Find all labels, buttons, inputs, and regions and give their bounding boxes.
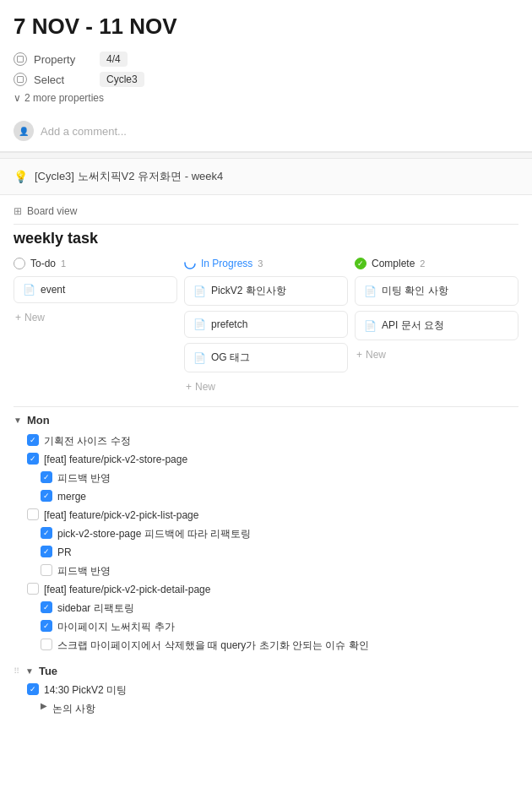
kanban-card-api[interactable]: 📄 API 문서 요청 (355, 311, 518, 340)
avatar: 👤 (14, 121, 34, 141)
task-item: 기획전 사이즈 수정 (14, 432, 518, 450)
task-item: sidebar 리팩토링 (14, 599, 518, 617)
plus-icon: + (15, 312, 21, 323)
kanban-col-inprogress: In Progress 3 📄 PickV2 확인사항 📄 prefetch 📄… (184, 258, 348, 396)
checkbox[interactable] (41, 490, 52, 502)
select-icon (14, 73, 27, 86)
col-count-complete: 2 (420, 258, 425, 269)
task-item: pick-v2-store-page 피드백에 따라 리팩토링 (14, 524, 518, 543)
day-group-tue: ⠿ ▼ Tue 14:30 PickV2 미팅 ▶ 논의 사항 (14, 665, 518, 718)
plus-icon: + (186, 381, 192, 393)
expand-arrow-icon[interactable]: ▶ (41, 701, 47, 710)
new-label: New (195, 381, 215, 393)
kanban-card-event[interactable]: 📄 event (14, 276, 177, 303)
checkbox[interactable] (27, 508, 39, 520)
comment-row: 👤 Add a comment... (14, 114, 518, 141)
col-name-todo: To-do (30, 258, 56, 269)
checkbox[interactable] (41, 620, 52, 632)
checkbox[interactable] (41, 564, 52, 576)
page-title: 7 NOV - 11 NOV (14, 14, 518, 40)
card-text: PickV2 확인사항 (211, 284, 286, 298)
add-new-complete[interactable]: + New (355, 345, 518, 364)
card-text: 미팅 확인 사항 (382, 284, 448, 298)
task-text: 14:30 PickV2 미팅 (44, 682, 127, 698)
task-text: [feat] feature/pick-v2-pick-detail-page (44, 582, 210, 597)
task-text: 기획전 사이즈 수정 (44, 433, 131, 448)
kanban-card-meeting[interactable]: 📄 미팅 확인 사항 (355, 276, 518, 306)
board-view-icon: ⊞ (14, 205, 22, 217)
task-text: 논의 사항 (52, 701, 95, 716)
chevron-down-icon: ∨ (14, 92, 21, 104)
inprogress-status-icon (184, 258, 196, 269)
card-text: prefetch (211, 318, 247, 330)
col-header-inprogress: In Progress 3 (184, 258, 348, 269)
more-properties-label: 2 more properties (24, 92, 104, 104)
top-section: 7 NOV - 11 NOV Property 4/4 Select Cycle… (0, 0, 532, 152)
task-text: [feat] feature/pick-v2-pick-list-page (44, 508, 198, 523)
task-text: [feat] feature/pick-v2-store-page (44, 452, 187, 467)
more-properties[interactable]: ∨ 2 more properties (14, 92, 518, 104)
card-doc-icon: 📄 (193, 318, 206, 330)
checkbox[interactable] (41, 527, 52, 539)
task-item: [feat] feature/pick-v2-pick-list-page (14, 506, 518, 524)
day-header-tue[interactable]: ▼ Tue (25, 665, 57, 677)
new-label: New (24, 312, 45, 323)
checkbox[interactable] (27, 583, 39, 595)
day-label-mon: Mon (27, 414, 50, 427)
cycle-section: 💡 [Cycle3] 노써치픽V2 유저화면 - week4 (0, 159, 532, 195)
board-view-header: ⊞ Board view (14, 205, 518, 225)
col-count-inprogress: 3 (258, 258, 263, 269)
day-header-mon[interactable]: ▼ Mon (14, 414, 518, 427)
task-text: 스크랩 마이페이지에서 삭제했을 때 query가 초기화 안되는 이슈 확인 (57, 638, 369, 653)
comment-placeholder[interactable]: Add a comment... (41, 125, 127, 138)
add-new-todo[interactable]: + New (14, 308, 177, 327)
property-value[interactable]: 4/4 (100, 52, 128, 67)
task-item: 마이페이지 노써치픽 추가 (14, 617, 518, 636)
property-row: Property 4/4 (14, 52, 518, 67)
checkbox[interactable] (41, 639, 52, 650)
card-text: event (41, 284, 65, 296)
task-item: 피드백 반영 (14, 562, 518, 580)
task-item: [feat] feature/pick-v2-pick-detail-page (14, 580, 518, 599)
svg-point-0 (185, 258, 195, 269)
kanban-columns: To-do 1 📄 event + New In Progress 3 (14, 258, 518, 396)
checkbox[interactable] (27, 453, 39, 465)
card-doc-icon: 📄 (364, 285, 377, 297)
col-name-complete: Complete (372, 258, 415, 269)
checkbox[interactable] (41, 546, 52, 557)
checkbox[interactable] (27, 683, 39, 695)
bulb-icon: 💡 (14, 170, 28, 183)
day-group-mon: ▼ Mon 기획전 사이즈 수정 [feat] feature/pick-v2-… (14, 414, 518, 655)
kanban-card-pickv2[interactable]: 📄 PickV2 확인사항 (184, 276, 348, 306)
todo-status-icon (14, 258, 25, 269)
task-item-expandable: ▶ 논의 사항 (14, 699, 518, 718)
task-item: [feat] feature/pick-v2-store-page (14, 450, 518, 469)
task-item: merge (14, 487, 518, 506)
kanban-card-og[interactable]: 📄 OG 태그 (184, 343, 348, 372)
plus-icon: + (356, 349, 362, 361)
add-new-inprogress[interactable]: + New (184, 378, 348, 396)
checkbox[interactable] (41, 601, 52, 613)
kanban-card-prefetch[interactable]: 📄 prefetch (184, 311, 348, 338)
new-label: New (366, 349, 386, 361)
chevron-down-icon: ▼ (14, 416, 22, 425)
task-item: 14:30 PickV2 미팅 (14, 681, 518, 699)
card-doc-icon: 📄 (193, 285, 206, 297)
board-section: ⊞ Board view weekly task To-do 1 📄 event… (0, 195, 532, 406)
property-label: Property (34, 53, 93, 66)
kanban-col-todo: To-do 1 📄 event + New (14, 258, 177, 396)
kanban-col-complete: Complete 2 📄 미팅 확인 사항 📄 API 문서 요청 + New (355, 258, 518, 396)
col-name-inprogress: In Progress (201, 258, 252, 269)
task-text: 마이페이지 노써치픽 추가 (57, 619, 175, 634)
select-row: Select Cycle3 (14, 72, 518, 87)
card-doc-icon: 📄 (193, 352, 206, 364)
task-text: PR (57, 545, 72, 560)
select-value[interactable]: Cycle3 (100, 72, 144, 87)
day-label-tue: Tue (39, 665, 57, 677)
col-header-todo: To-do 1 (14, 258, 177, 269)
checkbox[interactable] (27, 434, 39, 446)
checkbox[interactable] (41, 471, 52, 483)
cycle-label: [Cycle3] 노써치픽V2 유저화면 - week4 (35, 169, 223, 184)
task-item: 스크랩 마이페이지에서 삭제했을 때 query가 초기화 안되는 이슈 확인 (14, 636, 518, 655)
task-item: PR (14, 543, 518, 562)
